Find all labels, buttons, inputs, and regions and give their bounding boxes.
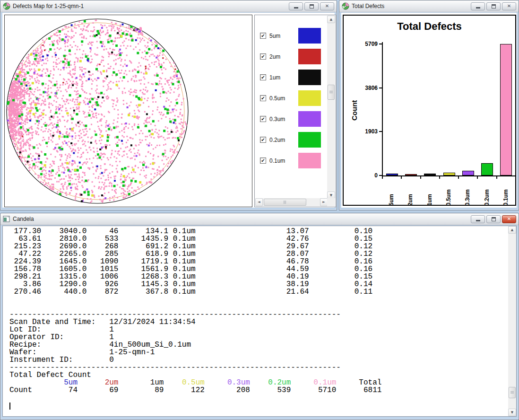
size-checkbox-1um[interactable]: ✔ xyxy=(260,74,266,80)
color-swatch-2um xyxy=(298,49,321,64)
chart-title: Total Defects xyxy=(344,20,515,33)
size-checkbox-2um[interactable]: ✔ xyxy=(260,53,266,60)
wafer-disc-icon xyxy=(342,2,349,10)
candela-window: Candela ✕ 177.30 3040.0 46 134.1 0.1um 1… xyxy=(0,213,519,420)
bar-5um xyxy=(386,174,398,175)
total-defects-window: Total Defects ✕ Total Defects Count 0190… xyxy=(339,0,519,210)
defect-data-row: 177.30 3040.0 46 134.1 0.1um 13.07 0.10 xyxy=(9,228,508,235)
minimize-button[interactable] xyxy=(289,2,303,10)
restore-icon xyxy=(310,4,314,9)
defect-data-row: 270.46 440.0 872 367.8 0.1um 21.64 0.11 xyxy=(9,288,508,296)
scroll-up-button[interactable]: ▲ xyxy=(508,226,516,234)
size-label: 1um xyxy=(269,74,280,81)
close-button[interactable]: ✕ xyxy=(502,215,516,223)
bar-0.3um xyxy=(462,171,474,175)
legend-item-0.2um: ✔0.2um xyxy=(255,132,336,148)
legend-item-1um: ✔1um xyxy=(255,70,336,85)
x-tick-mark xyxy=(439,176,440,179)
bar-0.1um xyxy=(500,44,512,175)
total-defects-client: Total Defects Count 01903380657095um2um1… xyxy=(341,13,517,208)
candela-console[interactable]: 177.30 3040.0 46 134.1 0.1um 13.07 0.10 … xyxy=(2,226,517,417)
window-title: Total Defects xyxy=(352,3,384,9)
x-tick-mark xyxy=(382,176,383,179)
color-swatch-0.3um xyxy=(298,111,321,127)
console-vscrollbar[interactable]: ▲ ▼ xyxy=(508,226,516,416)
scan-info-row: Recipe: 4in_500um_Si_0.1um xyxy=(9,341,508,349)
defect-data-row: 63.61 2810.0 533 1435.9 0.1um 42.76 0.15 xyxy=(9,235,508,243)
defects-map-client: ✔5um✔2um✔1um✔0.5um✔0.3um✔0.2um✔0.1um ▲ ▼… xyxy=(2,13,335,208)
x-tick-mark xyxy=(477,176,478,179)
scroll-up-button[interactable]: ▲ xyxy=(327,16,335,23)
size-checkbox-5um[interactable]: ✔ xyxy=(260,33,266,39)
candela-icon xyxy=(3,215,10,223)
scan-info-row: Lot ID: 1 xyxy=(9,326,508,333)
scroll-right-button[interactable]: ► xyxy=(320,198,328,206)
console-line xyxy=(9,394,508,402)
restore-icon xyxy=(492,4,496,9)
size-label: 0.1um xyxy=(269,158,285,164)
size-checkbox-0.5um[interactable]: ✔ xyxy=(260,95,266,101)
wafer-defect-map xyxy=(5,15,252,207)
size-label: 0.2um xyxy=(269,137,285,143)
legend-item-0.3um: ✔0.3um xyxy=(255,111,336,127)
y-tick-label: 5709 xyxy=(356,41,378,47)
vscroll-thumb[interactable] xyxy=(328,85,335,100)
defects-map-titlebar[interactable]: Defects Map for 1-25-qmn-1 ✕ xyxy=(0,0,337,12)
defect-size-legend: ✔5um✔2um✔1um✔0.5um✔0.3um✔0.2um✔0.1um ▲ ▼… xyxy=(254,15,336,207)
text-caret xyxy=(9,402,10,410)
hscroll-thumb[interactable] xyxy=(264,199,306,206)
scan-info-row: Instrument ID: 0 xyxy=(9,356,508,364)
restore-button[interactable] xyxy=(486,215,501,223)
size-header-row: 5um 2um 1um 0.5um 0.3um 0.2um 0.1um Tota… xyxy=(9,379,508,386)
vscroll-thumb[interactable] xyxy=(509,387,516,398)
legend-item-2um: ✔2um xyxy=(255,49,336,64)
close-icon: ✕ xyxy=(507,4,511,9)
console-text[interactable]: 177.30 3040.0 46 134.1 0.1um 13.07 0.10 … xyxy=(3,226,508,416)
bar-1um xyxy=(424,174,436,175)
size-label: 0.3um xyxy=(269,116,285,122)
y-tick-label: 3806 xyxy=(356,85,378,91)
total-defects-titlebar[interactable]: Total Defects ✕ xyxy=(339,0,519,12)
x-tick-label-2um: 2um xyxy=(407,181,414,206)
close-button[interactable]: ✕ xyxy=(320,2,334,10)
close-button[interactable]: ✕ xyxy=(502,2,516,10)
defect-data-row: 156.78 1605.0 1015 1561.9 0.1um 44.59 0.… xyxy=(9,265,508,273)
x-tick-mark xyxy=(458,176,459,179)
separator: ----------------------------------------… xyxy=(9,311,508,318)
restore-button[interactable] xyxy=(304,2,319,10)
y-tick-mark xyxy=(379,88,382,88)
bar-0.5um xyxy=(443,173,455,175)
minimize-button[interactable] xyxy=(471,215,485,223)
color-swatch-5um xyxy=(298,28,321,44)
wafer-disc-icon xyxy=(3,2,10,10)
size-checkbox-0.2um[interactable]: ✔ xyxy=(260,137,266,143)
size-checkbox-0.3um[interactable]: ✔ xyxy=(260,116,266,122)
scroll-down-button[interactable]: ▼ xyxy=(508,409,516,416)
cursor-line xyxy=(9,402,508,409)
restore-button[interactable] xyxy=(486,2,501,10)
legend-vscrollbar[interactable]: ▲ ▼ xyxy=(327,16,335,199)
x-tick-label-1um: 1um xyxy=(426,181,433,206)
y-tick-mark xyxy=(379,44,382,44)
x-tick-label-0.1um: 0.1um xyxy=(502,181,509,206)
restore-icon xyxy=(492,217,496,221)
y-tick-mark xyxy=(379,131,382,132)
desktop: { "app": { "background_color": "#b9cfe6"… xyxy=(0,0,519,420)
y-tick-mark xyxy=(379,175,382,176)
x-tick-label-0.5um: 0.5um xyxy=(445,181,452,206)
window-title: Candela xyxy=(13,216,34,222)
minimize-icon xyxy=(476,220,480,221)
candela-titlebar[interactable]: Candela ✕ xyxy=(0,213,519,225)
legend-hscrollbar[interactable]: ◄ ► xyxy=(255,198,328,206)
scroll-left-button[interactable]: ◄ xyxy=(255,198,263,206)
minimize-button[interactable] xyxy=(471,2,485,10)
scrollbar-corner xyxy=(327,198,335,206)
size-checkbox-0.1um[interactable]: ✔ xyxy=(260,158,266,164)
x-tick-label-0.2um: 0.2um xyxy=(484,181,490,206)
x-tick-mark xyxy=(496,176,497,179)
x-tick-label-5um: 5um xyxy=(388,181,395,206)
color-swatch-0.5um xyxy=(298,90,321,106)
console-line xyxy=(9,296,508,303)
window-title: Defects Map for 1-25-qmn-1 xyxy=(13,3,84,9)
minimize-icon xyxy=(476,7,480,9)
